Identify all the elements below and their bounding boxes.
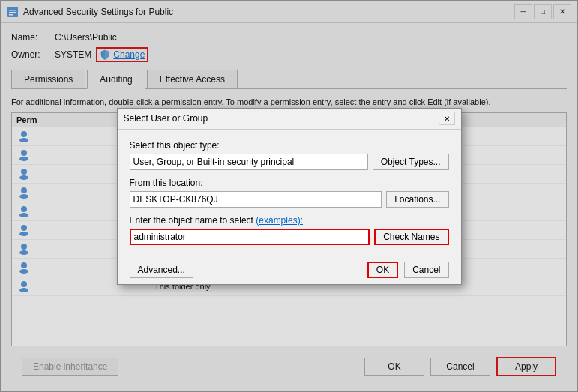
check-names-button[interactable]: Check Names [374, 229, 448, 245]
location-input[interactable] [130, 191, 382, 208]
object-type-row: Object Types... [130, 154, 449, 170]
advanced-button[interactable]: Advanced... [130, 262, 193, 278]
dialog-cancel-button[interactable]: Cancel [404, 262, 448, 278]
location-row: Locations... [130, 191, 449, 208]
object-name-row: Check Names [130, 229, 449, 245]
dialog-title: Select User or Group [124, 113, 208, 124]
dialog-title-bar: Select User or Group ✕ [118, 109, 461, 130]
object-type-input[interactable] [130, 154, 368, 170]
dialog-overlay: Select User or Group ✕ Select this objec… [1, 1, 577, 391]
dialog-footer: Advanced... OK Cancel [118, 256, 461, 284]
locations-button[interactable]: Locations... [386, 191, 448, 208]
select-user-dialog: Select User or Group ✕ Select this objec… [117, 108, 462, 285]
dialog-ok-button[interactable]: OK [367, 262, 398, 278]
dialog-body: Select this object type: Object Types...… [118, 130, 461, 256]
examples-link[interactable]: (examples): [256, 215, 303, 226]
dialog-close-button[interactable]: ✕ [439, 112, 455, 125]
location-group: From this location: Locations... [130, 178, 449, 208]
object-name-group: Enter the object name to select (example… [130, 215, 449, 245]
main-window: Advanced Security Settings for Public ─ … [0, 0, 578, 392]
object-type-label: Select this object type: [130, 140, 449, 151]
object-type-group: Select this object type: Object Types... [130, 140, 449, 170]
object-types-button[interactable]: Object Types... [373, 154, 449, 170]
object-name-label: Enter the object name to select (example… [130, 215, 449, 226]
object-name-input[interactable] [130, 229, 370, 245]
location-label: From this location: [130, 178, 449, 188]
